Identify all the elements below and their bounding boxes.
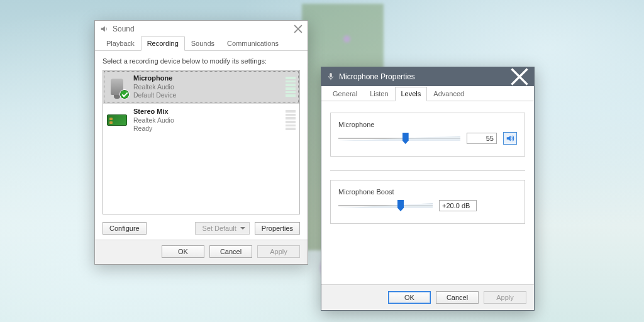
- mic-boost-row: +20.0 dB: [338, 199, 517, 212]
- mic-level-row: 55: [338, 132, 517, 145]
- device-desc: Realtek Audio: [133, 116, 279, 125]
- mic-level-value[interactable]: 55: [467, 133, 497, 144]
- sound-instruction: Select a recording device below to modif…: [103, 57, 300, 65]
- device-icon: [106, 109, 128, 131]
- apply-button[interactable]: Apply: [484, 291, 526, 304]
- tab-listen[interactable]: Listen: [364, 87, 394, 101]
- sound-content: Select a recording device below to modif…: [95, 51, 308, 217]
- tab-levels[interactable]: Levels: [395, 87, 428, 101]
- ok-button[interactable]: OK: [388, 291, 431, 304]
- sound-action-row: Configure Set Default Properties: [95, 217, 308, 240]
- mic-level-group: Microphone 55: [330, 113, 525, 157]
- props-titlebar[interactable]: Microphone Properties: [321, 67, 534, 86]
- device-list[interactable]: Microphone Realtek Audio Default Device …: [103, 70, 300, 214]
- sound-bottom-bar: OK Cancel Apply: [95, 240, 308, 264]
- properties-button[interactable]: Properties: [255, 222, 300, 235]
- mic-boost-slider[interactable]: [338, 199, 433, 212]
- tab-playback[interactable]: Playback: [100, 36, 141, 51]
- device-icon: [106, 75, 128, 98]
- sound-titlebar[interactable]: Sound: [95, 21, 308, 36]
- cancel-button[interactable]: Cancel: [436, 291, 479, 304]
- default-check-icon: [119, 89, 130, 99]
- microphone-icon: [326, 72, 335, 81]
- mic-level-slider[interactable]: [338, 132, 460, 145]
- device-info: Microphone Realtek Audio Default Device: [133, 74, 279, 99]
- device-status: Ready: [133, 125, 279, 133]
- cancel-button[interactable]: Cancel: [209, 245, 252, 258]
- device-desc: Realtek Audio: [133, 83, 279, 91]
- svg-rect-0: [330, 73, 332, 77]
- mic-properties-dialog: Microphone Properties General Listen Lev…: [321, 67, 535, 311]
- mic-boost-value[interactable]: +20.0 dB: [439, 200, 477, 211]
- mic-boost-label: Microphone Boost: [338, 188, 517, 196]
- ok-button[interactable]: OK: [162, 245, 204, 258]
- speaker-icon: [100, 25, 109, 33]
- tab-sounds[interactable]: Sounds: [185, 36, 221, 51]
- tab-communications[interactable]: Communications: [221, 36, 285, 51]
- props-title-text: Microphone Properties: [339, 72, 506, 81]
- tab-general[interactable]: General: [326, 87, 364, 101]
- configure-button[interactable]: Configure: [103, 222, 147, 235]
- sound-dialog: Sound Playback Recording Sounds Communic…: [94, 20, 308, 265]
- close-icon[interactable]: [294, 25, 303, 33]
- sound-title-text: Sound: [113, 25, 290, 33]
- device-name: Microphone: [133, 74, 279, 83]
- props-bottom-bar: OK Cancel Apply: [321, 284, 534, 310]
- device-name: Stereo Mix: [133, 108, 279, 116]
- mute-toggle-button[interactable]: [503, 132, 517, 145]
- props-tabstrip: General Listen Levels Advanced: [321, 86, 534, 101]
- device-status: Default Device: [133, 91, 279, 99]
- close-icon[interactable]: [510, 71, 529, 82]
- soundcard-icon: [107, 114, 127, 126]
- sound-tabstrip: Playback Recording Sounds Communications: [95, 36, 308, 51]
- slider-thumb[interactable]: [402, 133, 409, 144]
- tab-recording[interactable]: Recording: [141, 36, 185, 51]
- set-default-button[interactable]: Set Default: [195, 222, 249, 235]
- mic-boost-group: Microphone Boost +20.0 dB: [330, 180, 525, 224]
- separator: [330, 170, 525, 171]
- tab-advanced[interactable]: Advanced: [427, 87, 470, 101]
- apply-button[interactable]: Apply: [257, 245, 300, 258]
- device-info: Stereo Mix Realtek Audio Ready: [133, 108, 279, 133]
- level-meter: [284, 109, 297, 131]
- device-item[interactable]: Microphone Realtek Audio Default Device: [103, 70, 299, 104]
- device-item[interactable]: Stereo Mix Realtek Audio Ready: [103, 104, 299, 137]
- props-content: Microphone 55 Microphone Boost: [321, 101, 534, 284]
- level-meter: [284, 75, 297, 98]
- slider-thumb[interactable]: [397, 200, 404, 211]
- mic-level-label: Microphone: [338, 121, 517, 128]
